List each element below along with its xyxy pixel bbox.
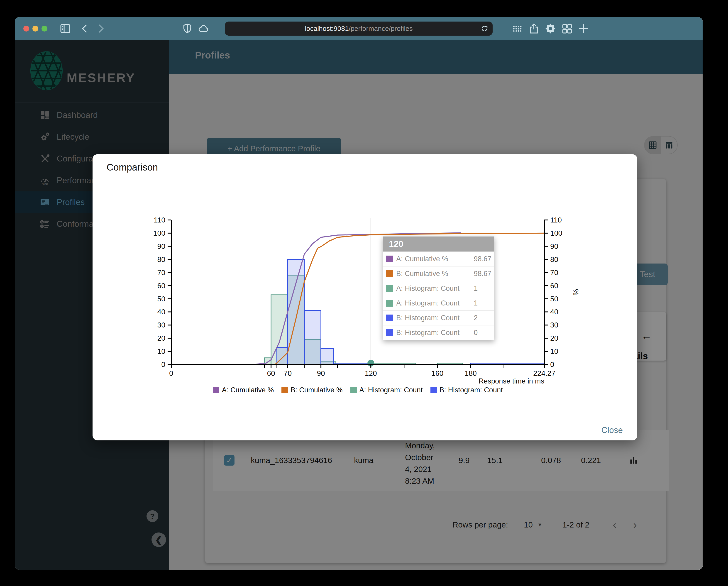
- y2-axis-tick-label: 50: [550, 295, 558, 303]
- y-axis-tick-label: 20: [157, 334, 165, 342]
- y-axis-tick-label: 80: [157, 255, 165, 264]
- y2-axis-tick-label: 110: [550, 216, 562, 224]
- y-axis-tick-label: 30: [157, 321, 165, 329]
- settings-gear-icon[interactable]: [545, 23, 556, 34]
- tooltip-label: B: Cumulative %: [396, 270, 470, 278]
- legend-swatch-icon: [282, 387, 288, 393]
- meshery-app: MESHERY DashboardLifecycleConfigurationS…: [15, 40, 703, 570]
- url-path: /performance/profiles: [349, 25, 413, 32]
- x-axis-tick-label: 70: [284, 369, 292, 377]
- legend-item[interactable]: B: Cumulative %: [282, 386, 342, 394]
- reload-icon[interactable]: [480, 25, 489, 33]
- url-bar[interactable]: localhost:9081/performance/profiles: [225, 22, 493, 35]
- tooltip-swatch-icon: [386, 256, 393, 262]
- tooltip-value: 1: [470, 281, 494, 296]
- browser-chrome: localhost:9081/performance/profiles: [15, 17, 703, 40]
- tooltip-swatch-icon: [386, 329, 393, 336]
- y-axis-tick-label: 50: [157, 295, 165, 303]
- chart-legend: A: Cumulative %B: Cumulative %A: Histogr…: [171, 386, 544, 394]
- tooltip-label: A: Histogram: Count: [396, 299, 470, 307]
- legend-swatch-icon: [431, 387, 437, 393]
- url-host: localhost:9081: [305, 25, 348, 32]
- x-axis-tick-label: 224.27: [533, 369, 555, 377]
- legend-swatch-icon: [350, 387, 357, 393]
- tooltip-row: B: Histogram: Count0: [383, 325, 494, 340]
- y2-axis-tick-label: 80: [550, 255, 558, 264]
- x-axis-tick-label: 60: [267, 369, 275, 377]
- legend-label: A: Histogram: Count: [360, 386, 423, 394]
- tooltip-row: B: Cumulative %98.67: [383, 266, 494, 281]
- x-axis-tick-label: 160: [431, 369, 443, 377]
- sidebar-toggle-icon[interactable]: [59, 23, 71, 34]
- x-axis-tick-label: 90: [317, 369, 325, 377]
- minimize-window-button[interactable]: [32, 26, 38, 31]
- screenshot-root: localhost:9081/performance/profiles: [0, 0, 728, 586]
- y-axis-tick-label: 90: [157, 242, 165, 250]
- tooltip-label: B: Histogram: Count: [396, 328, 470, 337]
- tooltip-swatch-icon: [386, 300, 393, 307]
- tooltip-value: 1: [470, 296, 494, 311]
- tooltip-value: 98.67: [470, 266, 494, 281]
- legend-item[interactable]: B: Histogram: Count: [431, 386, 503, 394]
- legend-label: B: Histogram: Count: [440, 386, 503, 394]
- y-axis-tick-label: 60: [157, 282, 165, 290]
- tooltip-swatch-icon: [386, 285, 393, 292]
- histogram-bar: [288, 260, 304, 365]
- back-icon[interactable]: [79, 23, 91, 34]
- y2-axis-tick-label: 0: [550, 361, 554, 369]
- histogram-bar: [321, 349, 333, 365]
- cloud-icon[interactable]: [198, 23, 210, 34]
- x-axis-label: Response time in ms: [479, 377, 544, 385]
- tooltip-row: A: Cumulative %98.67: [383, 251, 494, 266]
- tooltip-value: 98.67: [470, 252, 494, 266]
- x-axis-tick-label: 120: [365, 369, 377, 377]
- legend-label: B: Cumulative %: [290, 386, 342, 394]
- legend-swatch-icon: [213, 387, 219, 393]
- tooltip-value: 2: [470, 311, 494, 325]
- y2-axis-tick-label: 60: [550, 282, 558, 290]
- zoom-window-button[interactable]: [42, 26, 47, 31]
- forward-icon[interactable]: [95, 23, 107, 34]
- tooltip-value: 0: [470, 325, 494, 340]
- y-axis-tick-label: 40: [157, 308, 165, 316]
- tab-overview-icon[interactable]: [561, 23, 573, 34]
- y2-axis-tick-label: 30: [550, 321, 558, 329]
- y2-axis-tick-label: 20: [550, 334, 558, 342]
- share-icon[interactable]: [528, 23, 540, 34]
- y2-axis-label: %: [572, 289, 580, 295]
- tooltip-label: B: Histogram: Count: [396, 314, 470, 322]
- y2-axis-tick-label: 10: [550, 347, 558, 355]
- tooltip-row: B: Histogram: Count2: [383, 311, 494, 325]
- y-axis-tick-label: 10: [157, 347, 165, 355]
- y-axis-tick-label: 0: [161, 361, 165, 369]
- y-axis-tick-label: 70: [157, 268, 165, 277]
- browser-window: localhost:9081/performance/profiles: [15, 17, 703, 570]
- tooltip-swatch-icon: [386, 315, 393, 321]
- tooltip-header: 120: [383, 237, 494, 251]
- privacy-shield-icon[interactable]: [181, 23, 193, 34]
- y-axis-tick-label: 100: [153, 229, 165, 237]
- new-tab-icon[interactable]: [578, 23, 590, 34]
- extensions-grid-icon[interactable]: [512, 23, 523, 34]
- histogram-bar: [304, 311, 321, 365]
- legend-item[interactable]: A: Cumulative %: [213, 386, 274, 394]
- y2-axis-tick-label: 90: [550, 242, 558, 250]
- close-button[interactable]: Close: [601, 425, 623, 435]
- legend-label: A: Cumulative %: [222, 386, 274, 394]
- y2-axis-tick-label: 40: [550, 308, 558, 316]
- tooltip-row: A: Histogram: Count1: [383, 281, 494, 296]
- comparison-modal: Comparison 00101020203030404050506060707…: [93, 154, 637, 441]
- tooltip-label: A: Histogram: Count: [396, 284, 470, 293]
- close-window-button[interactable]: [23, 26, 29, 31]
- legend-item[interactable]: A: Histogram: Count: [350, 386, 423, 394]
- x-axis-tick-label: 0: [169, 369, 173, 377]
- y2-axis-tick-label: 70: [550, 268, 558, 277]
- tooltip-swatch-icon: [386, 270, 393, 277]
- comparison-chart: 0010102020303040405050606070708080909010…: [93, 154, 637, 441]
- x-axis-tick-label: 180: [465, 369, 477, 377]
- tooltip-row: A: Histogram: Count1: [383, 296, 494, 311]
- tooltip-label: A: Cumulative %: [396, 255, 470, 263]
- chart-tooltip: 120 A: Cumulative %98.67B: Cumulative %9…: [383, 236, 494, 340]
- y2-axis-tick-label: 100: [550, 229, 562, 237]
- y-axis-tick-label: 110: [154, 216, 165, 224]
